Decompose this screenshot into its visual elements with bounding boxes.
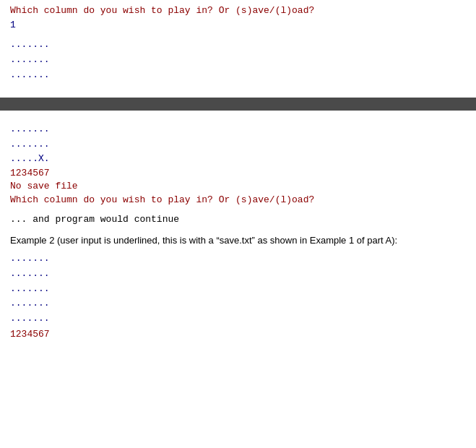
number-line-1: 1234567 <box>10 167 466 180</box>
dots-line-3: ....... <box>10 68 466 83</box>
top-section: Which column do you wish to play in? Or … <box>0 0 476 90</box>
no-save-text: No save file <box>10 180 466 193</box>
example2-label: Example 2 (user input is underlined, thi… <box>10 233 466 248</box>
divider-bar <box>0 98 476 111</box>
ex2-dots-4: ....... <box>10 296 466 311</box>
dots-block-top: ....... ....... ....... <box>10 38 466 82</box>
prompt-line-2: Which column do you wish to play in? Or … <box>10 194 466 207</box>
ex2-dots-5: ....... <box>10 311 466 327</box>
ex2-dots-3: ....... <box>10 282 466 297</box>
bottom-dots-3: .....X. <box>10 152 466 167</box>
dots-line-1: ....... <box>10 38 466 53</box>
number-line-2: 1234567 <box>10 328 466 341</box>
bottom-section: ....... ....... .....X. 1234567 No save … <box>0 111 476 348</box>
bottom-dots-2: ....... <box>10 137 466 152</box>
prompt-line-1: Which column do you wish to play in? Or … <box>10 4 466 17</box>
ex2-dots-1: ....... <box>10 251 466 267</box>
ex2-dots-2: ....... <box>10 267 466 282</box>
user-input-1: 1 <box>10 19 466 32</box>
dots-block-example2: ....... ....... ....... ....... ....... … <box>10 251 466 341</box>
continue-text: ... and program would continue <box>10 212 466 228</box>
dots-block-bottom: ....... ....... .....X. 1234567 <box>10 122 466 181</box>
dots-line-2: ....... <box>10 53 466 68</box>
bottom-dots-1: ....... <box>10 122 466 137</box>
